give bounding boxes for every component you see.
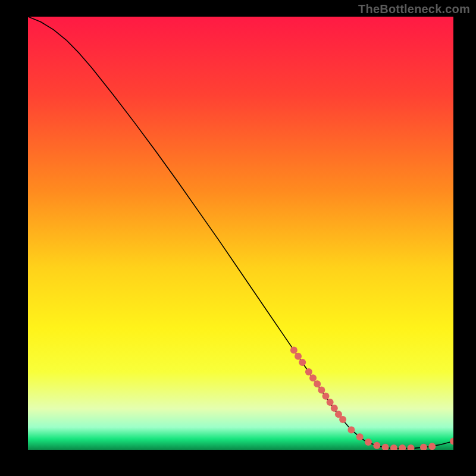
data-point [290, 347, 298, 354]
data-point [347, 427, 355, 434]
chart-svg [28, 17, 453, 450]
data-point [339, 416, 346, 423]
data-point [309, 374, 317, 381]
data-point [299, 359, 306, 366]
data-point [356, 433, 364, 440]
data-point [295, 353, 302, 360]
watermark-text: TheBottleneck.com [358, 2, 470, 16]
chart-frame: TheBottleneck.com [0, 0, 476, 476]
data-point [331, 405, 338, 412]
chart-background [28, 17, 453, 450]
data-point [314, 380, 321, 387]
data-point [365, 439, 372, 446]
data-point [327, 399, 334, 406]
data-point [373, 442, 380, 449]
data-point [428, 443, 436, 450]
data-point [305, 368, 312, 375]
data-point [322, 393, 330, 400]
chart-plot [28, 17, 453, 450]
data-point [318, 387, 325, 394]
